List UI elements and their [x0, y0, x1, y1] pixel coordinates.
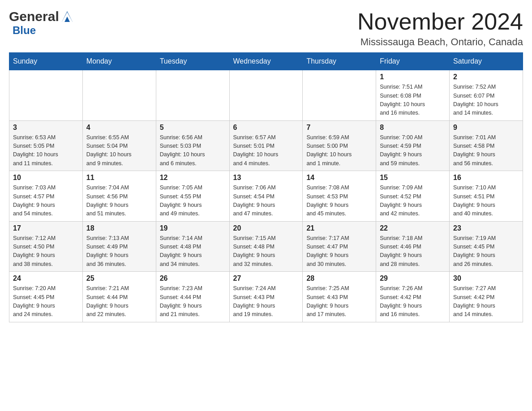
day-info: Sunrise: 7:23 AMSunset: 4:44 PMDaylight:… — [160, 284, 226, 319]
day-info: Sunrise: 6:55 AMSunset: 5:04 PMDaylight:… — [86, 133, 152, 168]
calendar-cell: 23Sunrise: 7:19 AMSunset: 4:45 PMDayligh… — [450, 221, 523, 272]
week-row-3: 10Sunrise: 7:03 AMSunset: 4:57 PMDayligh… — [9, 171, 523, 222]
day-info: Sunrise: 6:59 AMSunset: 5:00 PMDaylight:… — [306, 133, 372, 168]
week-row-4: 17Sunrise: 7:12 AMSunset: 4:50 PMDayligh… — [9, 221, 523, 272]
day-info: Sunrise: 7:06 AMSunset: 4:54 PMDaylight:… — [233, 184, 299, 218]
calendar-cell: 21Sunrise: 7:17 AMSunset: 4:47 PMDayligh… — [303, 221, 376, 272]
logo-blue-text: Blue — [13, 24, 36, 36]
day-info: Sunrise: 7:08 AMSunset: 4:53 PMDaylight:… — [306, 184, 372, 218]
calendar-cell: 10Sunrise: 7:03 AMSunset: 4:57 PMDayligh… — [9, 171, 83, 222]
calendar-cell: 16Sunrise: 7:10 AMSunset: 4:51 PMDayligh… — [450, 171, 523, 222]
calendar-cell — [82, 70, 156, 121]
day-info: Sunrise: 7:01 AMSunset: 4:58 PMDaylight:… — [453, 133, 519, 168]
logo-general-text: General — [9, 9, 59, 24]
calendar-header-monday: Monday — [82, 53, 156, 70]
day-info: Sunrise: 7:15 AMSunset: 4:48 PMDaylight:… — [233, 234, 299, 269]
day-info: Sunrise: 7:04 AMSunset: 4:56 PMDaylight:… — [86, 184, 152, 218]
day-number: 2 — [453, 73, 519, 81]
day-number: 19 — [160, 224, 226, 232]
calendar-cell — [229, 70, 303, 121]
calendar-cell: 8Sunrise: 7:00 AMSunset: 4:59 PMDaylight… — [376, 120, 450, 171]
day-number: 16 — [453, 174, 519, 182]
day-info: Sunrise: 7:21 AMSunset: 4:44 PMDaylight:… — [86, 284, 152, 319]
calendar-cell: 25Sunrise: 7:21 AMSunset: 4:44 PMDayligh… — [82, 272, 156, 322]
day-number: 8 — [380, 124, 446, 132]
day-number: 4 — [86, 124, 152, 132]
calendar-cell: 17Sunrise: 7:12 AMSunset: 4:50 PMDayligh… — [9, 221, 83, 272]
calendar-cell: 24Sunrise: 7:20 AMSunset: 4:45 PMDayligh… — [9, 272, 83, 322]
calendar-cell: 1Sunrise: 7:51 AMSunset: 6:08 PMDaylight… — [376, 70, 450, 121]
day-info: Sunrise: 6:53 AMSunset: 5:05 PMDaylight:… — [13, 133, 79, 168]
calendar-cell: 4Sunrise: 6:55 AMSunset: 5:04 PMDaylight… — [82, 120, 156, 171]
week-row-2: 3Sunrise: 6:53 AMSunset: 5:05 PMDaylight… — [9, 120, 523, 171]
calendar-cell: 19Sunrise: 7:14 AMSunset: 4:48 PMDayligh… — [156, 221, 229, 272]
calendar-cell: 14Sunrise: 7:08 AMSunset: 4:53 PMDayligh… — [303, 171, 376, 222]
day-number: 30 — [453, 274, 519, 283]
day-number: 28 — [306, 274, 372, 283]
day-number: 1 — [380, 73, 446, 81]
week-row-1: 1Sunrise: 7:51 AMSunset: 6:08 PMDaylight… — [9, 70, 523, 121]
calendar-header-tuesday: Tuesday — [156, 53, 229, 70]
calendar-cell: 18Sunrise: 7:13 AMSunset: 4:49 PMDayligh… — [82, 221, 156, 272]
calendar-cell: 3Sunrise: 6:53 AMSunset: 5:05 PMDaylight… — [9, 120, 83, 171]
day-number: 14 — [306, 174, 372, 182]
calendar-cell: 29Sunrise: 7:26 AMSunset: 4:42 PMDayligh… — [376, 272, 450, 322]
page-header: General Blue November 2024 Mississauga B… — [9, 9, 523, 48]
day-info: Sunrise: 7:27 AMSunset: 4:42 PMDaylight:… — [453, 284, 519, 319]
calendar-cell: 26Sunrise: 7:23 AMSunset: 4:44 PMDayligh… — [156, 272, 229, 322]
day-number: 21 — [306, 224, 372, 232]
day-info: Sunrise: 7:03 AMSunset: 4:57 PMDaylight:… — [13, 184, 79, 218]
day-number: 13 — [233, 174, 299, 182]
calendar-cell: 11Sunrise: 7:04 AMSunset: 4:56 PMDayligh… — [82, 171, 156, 222]
day-info: Sunrise: 7:20 AMSunset: 4:45 PMDaylight:… — [13, 284, 79, 319]
day-number: 17 — [13, 224, 79, 232]
day-info: Sunrise: 7:14 AMSunset: 4:48 PMDaylight:… — [160, 234, 226, 269]
calendar-cell — [156, 70, 229, 121]
calendar-cell: 9Sunrise: 7:01 AMSunset: 4:58 PMDaylight… — [450, 120, 523, 171]
day-number: 29 — [380, 274, 446, 283]
calendar-cell: 20Sunrise: 7:15 AMSunset: 4:48 PMDayligh… — [229, 221, 303, 272]
calendar-header-thursday: Thursday — [303, 53, 376, 70]
calendar-cell — [303, 70, 376, 121]
day-number: 3 — [13, 124, 79, 132]
day-number: 26 — [160, 274, 226, 283]
day-number: 18 — [86, 224, 152, 232]
day-info: Sunrise: 7:09 AMSunset: 4:52 PMDaylight:… — [380, 184, 446, 218]
calendar-header-row: SundayMondayTuesdayWednesdayThursdayFrid… — [9, 53, 523, 70]
calendar-header-saturday: Saturday — [450, 53, 523, 70]
day-info: Sunrise: 7:52 AMSunset: 6:07 PMDaylight:… — [453, 83, 519, 118]
calendar-cell: 30Sunrise: 7:27 AMSunset: 4:42 PMDayligh… — [450, 272, 523, 322]
day-info: Sunrise: 7:10 AMSunset: 4:51 PMDaylight:… — [453, 184, 519, 218]
day-info: Sunrise: 7:00 AMSunset: 4:59 PMDaylight:… — [380, 133, 446, 168]
logo: General Blue — [9, 9, 74, 37]
day-number: 5 — [160, 124, 226, 132]
day-info: Sunrise: 7:13 AMSunset: 4:49 PMDaylight:… — [86, 234, 152, 269]
day-info: Sunrise: 7:51 AMSunset: 6:08 PMDaylight:… — [380, 83, 446, 118]
day-number: 6 — [233, 124, 299, 132]
day-number: 22 — [380, 224, 446, 232]
day-number: 10 — [13, 174, 79, 182]
day-number: 11 — [86, 174, 152, 182]
day-info: Sunrise: 7:19 AMSunset: 4:45 PMDaylight:… — [453, 234, 519, 269]
week-row-5: 24Sunrise: 7:20 AMSunset: 4:45 PMDayligh… — [9, 272, 523, 322]
day-number: 7 — [306, 124, 372, 132]
month-title: November 2024 — [357, 9, 523, 34]
day-number: 9 — [453, 124, 519, 132]
calendar-cell: 5Sunrise: 6:56 AMSunset: 5:03 PMDaylight… — [156, 120, 229, 171]
calendar-cell: 27Sunrise: 7:24 AMSunset: 4:43 PMDayligh… — [229, 272, 303, 322]
calendar-cell: 12Sunrise: 7:05 AMSunset: 4:55 PMDayligh… — [156, 171, 229, 222]
location-subtitle: Mississauga Beach, Ontario, Canada — [357, 36, 523, 48]
day-number: 27 — [233, 274, 299, 283]
calendar-cell: 15Sunrise: 7:09 AMSunset: 4:52 PMDayligh… — [376, 171, 450, 222]
day-number: 25 — [86, 274, 152, 283]
day-info: Sunrise: 6:57 AMSunset: 5:01 PMDaylight:… — [233, 133, 299, 168]
day-info: Sunrise: 7:25 AMSunset: 4:43 PMDaylight:… — [306, 284, 372, 319]
calendar-header-sunday: Sunday — [9, 53, 83, 70]
calendar-cell: 28Sunrise: 7:25 AMSunset: 4:43 PMDayligh… — [303, 272, 376, 322]
day-number: 12 — [160, 174, 226, 182]
day-info: Sunrise: 7:26 AMSunset: 4:42 PMDaylight:… — [380, 284, 446, 319]
calendar-cell — [9, 70, 83, 121]
day-number: 15 — [380, 174, 446, 182]
logo-triangle-icon — [60, 9, 74, 24]
title-section: November 2024 Mississauga Beach, Ontario… — [357, 9, 523, 48]
